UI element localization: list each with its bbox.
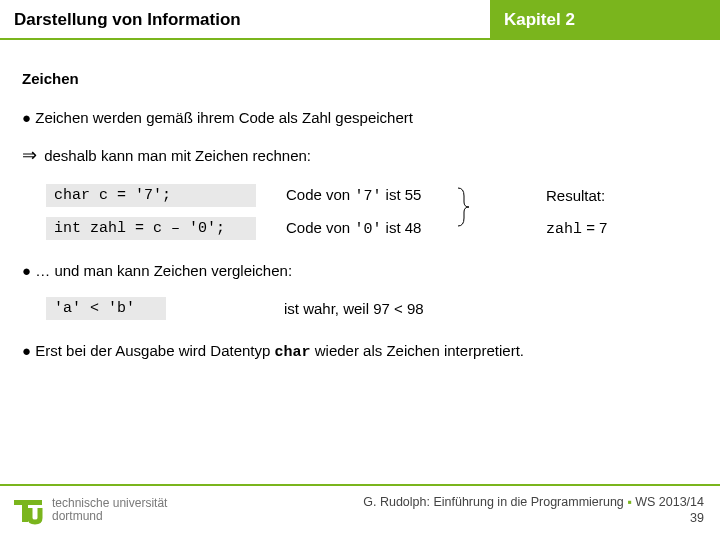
desc-1-mono: '7' (354, 188, 381, 205)
implies-line: ⇒ deshalb kann man mit Zeichen rechnen: (22, 144, 698, 166)
desc-1-prefix: Code von (286, 186, 354, 203)
university-name: technische universität dortmund (52, 497, 167, 523)
svg-rect-1 (22, 500, 28, 522)
compare-row: 'a' < 'b' ist wahr, weil 97 < 98 (46, 297, 698, 320)
credit-prefix: G. Rudolph: Einführung in die Programmie… (363, 495, 627, 509)
header-title-left: Darstellung von Information (0, 0, 490, 40)
university-logo: technische universität dortmund (12, 494, 167, 526)
slide-header: Darstellung von Information Kapitel 2 (0, 0, 720, 40)
bullet-2: ● … und man kann Zeichen vergleichen: (22, 262, 698, 279)
slide-content: Zeichen ● Zeichen werden gemäß ihrem Cod… (0, 40, 720, 361)
university-line2: dortmund (52, 510, 167, 523)
bullet-2-text: … und man kann Zeichen vergleichen: (35, 262, 292, 279)
section-title: Zeichen (22, 70, 698, 87)
implies-text: deshalb kann man mit Zeichen rechnen: (44, 147, 311, 164)
bullet-3: ● Erst bei der Ausgabe wird Datentyp cha… (22, 342, 698, 361)
result-1: Resultat: (546, 187, 605, 204)
bullet-3-suffix: wieder als Zeichen interpretiert. (311, 342, 524, 359)
compare-code: 'a' < 'b' (46, 297, 166, 320)
slide-footer: technische universität dortmund G. Rudol… (0, 484, 720, 540)
tu-logo-icon (12, 494, 44, 526)
desc-2-prefix: Code von (286, 219, 354, 236)
footer-credit: G. Rudolph: Einführung in die Programmie… (363, 494, 704, 527)
footer-divider (0, 484, 720, 486)
credit-line: G. Rudolph: Einführung in die Programmie… (363, 494, 704, 510)
page-number: 39 (363, 510, 704, 526)
code-row-1: char c = '7'; Code von '7' ist 55 Result… (46, 184, 698, 207)
bullet-1-text: Zeichen werden gemäß ihrem Code als Zahl… (35, 109, 413, 126)
desc-2-mono: '0' (354, 221, 381, 238)
result-2-mono: zahl (546, 221, 582, 238)
desc-2-suffix: ist 48 (381, 219, 421, 236)
desc-1-suffix: ist 55 (381, 186, 421, 203)
header-title-right: Kapitel 2 (490, 0, 720, 40)
result-2-suffix: = 7 (582, 219, 607, 236)
bullet-1: ● Zeichen werden gemäß ihrem Code als Za… (22, 109, 698, 126)
code-box-1: char c = '7'; (46, 184, 256, 207)
result-2: zahl = 7 (546, 219, 607, 238)
compare-desc: ist wahr, weil 97 < 98 (284, 300, 424, 317)
bullet-3-prefix: Erst bei der Ausgabe wird Datentyp (35, 342, 274, 359)
code-row-2: int zahl = c – '0'; Code von '0' ist 48 … (46, 217, 698, 240)
desc-1: Code von '7' ist 55 (286, 186, 486, 205)
bullet-3-mono: char (275, 344, 311, 361)
credit-suffix: WS 2013/14 (632, 495, 704, 509)
code-box-2: int zahl = c – '0'; (46, 217, 256, 240)
desc-2: Code von '0' ist 48 (286, 219, 486, 238)
implies-icon: ⇒ (22, 144, 40, 166)
